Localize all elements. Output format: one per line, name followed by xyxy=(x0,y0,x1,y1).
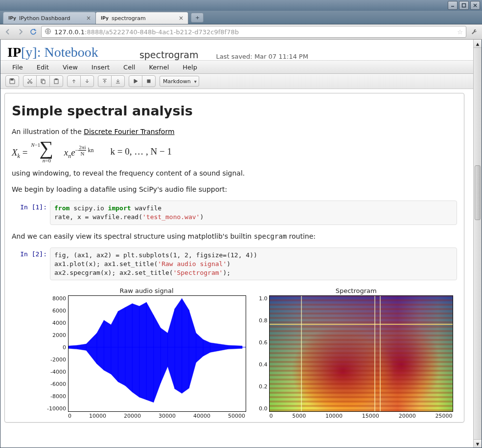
plot-title: Raw audio signal xyxy=(119,287,173,294)
formula: Xk = N−1∑n=0 xne−2πiN kn k = 0, … , N − … xyxy=(12,143,457,160)
menu-view[interactable]: View xyxy=(56,62,85,73)
tab-label: spectrogram xyxy=(112,15,175,22)
move-up-button[interactable] xyxy=(67,75,81,87)
paste-button[interactable] xyxy=(49,75,63,87)
window-titlebar xyxy=(0,0,482,11)
last-saved-label: Last saved: Mar 07 11:14 PM xyxy=(216,53,308,60)
run-button[interactable] xyxy=(129,75,142,87)
y-axis-ticks: 1.00.80.60.40.20.0 xyxy=(259,295,270,412)
window-maximize-button[interactable] xyxy=(459,1,469,10)
menu-cell[interactable]: Cell xyxy=(116,62,142,73)
vertical-scrollbar[interactable]: ▴ ▾ xyxy=(473,40,482,448)
paragraph: And we can easily view its spectral stru… xyxy=(12,232,457,241)
forward-button[interactable] xyxy=(16,27,25,37)
url-path: :8888/a5222740-848b-4ac1-b212-d732c9f8f7… xyxy=(85,28,239,36)
notebook-title[interactable]: spectrogram xyxy=(139,49,199,60)
plot-title: Spectrogram xyxy=(336,287,377,294)
close-icon[interactable]: × xyxy=(178,15,184,21)
tab-favicon: IPy xyxy=(101,16,109,21)
markdown-cell[interactable]: And we can easily view its spectral stru… xyxy=(12,232,457,241)
paragraph: using windowing, to reveal the frequency… xyxy=(12,169,457,178)
svg-rect-9 xyxy=(42,80,45,84)
input-prompt: In [2]: xyxy=(12,247,50,280)
code-input[interactable]: fig, (ax1, ax2) = plt.subplots(1, 2, fig… xyxy=(50,247,457,280)
cell-type-value: Markdown xyxy=(163,78,191,85)
bookmark-star-icon[interactable]: ☆ xyxy=(457,28,463,36)
code-cell-1[interactable]: In [1]: from scipy.io import wavfile rat… xyxy=(12,201,457,224)
scroll-track[interactable] xyxy=(474,48,482,439)
browser-tab-spectrogram[interactable]: IPy spectrogram × xyxy=(95,12,188,24)
new-tab-button[interactable]: ＋ xyxy=(191,13,204,22)
plot-spectrogram: Spectrogram 1.00.80.60.40.20.0 xyxy=(259,287,454,419)
address-bar[interactable]: 127.0.0.1:8888/a5222740-848b-4ac1-b212-d… xyxy=(41,26,466,38)
scroll-down-arrow[interactable]: ▾ xyxy=(474,439,482,448)
back-button[interactable] xyxy=(3,27,13,37)
insert-below-button[interactable] xyxy=(111,75,125,87)
cell-type-select[interactable]: Markdown xyxy=(160,76,199,87)
browser-tabstrip: IPy IPython Dashboard × IPy spectrogram … xyxy=(0,11,482,24)
svg-rect-5 xyxy=(11,79,13,80)
stop-button[interactable] xyxy=(142,75,156,87)
tab-favicon: IPy xyxy=(8,16,16,21)
copy-button[interactable] xyxy=(36,75,50,87)
browser-toolbar: 127.0.0.1:8888/a5222740-848b-4ac1-b212-d… xyxy=(0,24,482,40)
move-down-button[interactable] xyxy=(80,75,94,87)
browser-tab-dashboard[interactable]: IPy IPython Dashboard × xyxy=(3,12,96,24)
y-axis-ticks: 80006000400020000-2000-4000-6000-8000-10… xyxy=(47,295,68,412)
heading-1: Simple spectral analysis xyxy=(12,103,457,118)
menubar: File Edit View Insert Cell Kernel Help xyxy=(0,60,473,74)
paragraph: We begin by loading a datafile using Sci… xyxy=(12,185,457,194)
scroll-thumb[interactable] xyxy=(475,165,481,220)
ipython-logo: IP[y]: Notebook xyxy=(7,45,98,60)
reload-button[interactable] xyxy=(28,27,38,37)
tab-label: IPython Dashboard xyxy=(19,15,83,22)
x-axis-ticks: 01000020000300004000050000 xyxy=(68,412,245,419)
url-host: 127.0.0.1 xyxy=(54,28,85,36)
code-cell-2[interactable]: In [2]: fig, (ax1, ax2) = plt.subplots(1… xyxy=(12,247,457,280)
output-figure: Raw audio signal 80006000400020000-2000-… xyxy=(47,287,457,419)
toolbar: Markdown xyxy=(0,74,473,89)
markdown-cell[interactable]: Simple spectral analysis An illustration… xyxy=(12,103,457,194)
save-button[interactable] xyxy=(5,75,19,87)
browser-window: IPy IPython Dashboard × IPy spectrogram … xyxy=(0,0,482,448)
window-close-button[interactable] xyxy=(470,1,480,10)
menu-edit[interactable]: Edit xyxy=(30,62,56,73)
plot-raw-audio: Raw audio signal 80006000400020000-2000-… xyxy=(47,287,246,419)
svg-rect-14 xyxy=(147,80,150,83)
wrench-icon[interactable] xyxy=(469,27,479,37)
cut-button[interactable] xyxy=(23,75,37,87)
dft-link[interactable]: Discrete Fourier Transform xyxy=(84,128,174,135)
page: IP[y]: Notebook spectrogram Last saved: … xyxy=(0,40,482,448)
menu-help[interactable]: Help xyxy=(176,62,204,73)
notebook-header: IP[y]: Notebook spectrogram Last saved: … xyxy=(0,40,473,60)
plot-area xyxy=(68,295,246,412)
globe-icon xyxy=(45,28,51,36)
code-input[interactable]: from scipy.io import wavfile rate, x = w… xyxy=(50,201,457,224)
scroll-up-arrow[interactable]: ▴ xyxy=(474,40,482,48)
svg-rect-11 xyxy=(55,79,57,80)
notebook-body: Simple spectral analysis An illustration… xyxy=(4,93,464,423)
menu-kernel[interactable]: Kernel xyxy=(142,62,176,73)
svg-rect-1 xyxy=(462,4,466,7)
plot-area xyxy=(269,295,453,412)
paragraph: An illustration of the Discrete Fourier … xyxy=(12,127,457,136)
window-minimize-button[interactable] xyxy=(448,1,458,10)
x-axis-ticks: 0500010000150002000025000 xyxy=(269,412,452,419)
menu-file[interactable]: File xyxy=(5,62,30,73)
close-icon[interactable]: × xyxy=(86,15,92,21)
menu-insert[interactable]: Insert xyxy=(85,62,116,73)
input-prompt: In [1]: xyxy=(12,201,50,224)
insert-above-button[interactable] xyxy=(98,75,112,87)
